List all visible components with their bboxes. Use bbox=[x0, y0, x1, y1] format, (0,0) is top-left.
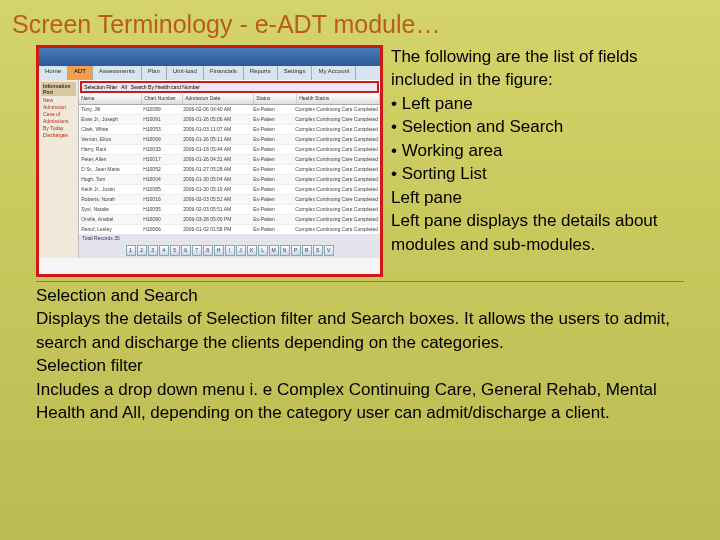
col-header[interactable]: Status bbox=[254, 94, 297, 104]
table-row[interactable]: Vernon, EltonH100692006-01-26 05:11 AMEx… bbox=[79, 135, 380, 145]
table-row[interactable]: Roberts, NorahH100162006-02-03 05:51 AME… bbox=[79, 195, 380, 205]
tab-home[interactable]: Home bbox=[39, 66, 68, 80]
content: HomeADTAssessmentsPlanUnit-loadFinancial… bbox=[0, 45, 720, 425]
tab-reports[interactable]: Reports bbox=[244, 66, 278, 80]
pager-button[interactable]: 6 bbox=[181, 245, 191, 256]
cell: D Sr., Jean Marie bbox=[79, 165, 141, 174]
left-pane: Information Port New AdmissionCase of Ad… bbox=[39, 80, 79, 258]
pager-button[interactable]: 3 bbox=[148, 245, 158, 256]
app-screenshot: HomeADTAssessmentsPlanUnit-loadFinancial… bbox=[36, 45, 383, 277]
cell: Hugh, Tom bbox=[79, 175, 141, 184]
tab-unit-load[interactable]: Unit-load bbox=[167, 66, 204, 80]
cell: Complex Continuing Care Completed bbox=[293, 215, 380, 224]
tab-settings[interactable]: Settings bbox=[278, 66, 313, 80]
left-pane-item[interactable]: By Today bbox=[41, 125, 76, 132]
cell: Complex Continuing Care Completed bbox=[293, 205, 380, 214]
pager-button[interactable]: H bbox=[214, 245, 224, 256]
table-row[interactable]: Renuf, LesleyH100662006-01-02 01:58 PMEx… bbox=[79, 225, 380, 234]
cell: Peter, Allen bbox=[79, 155, 141, 164]
cell: Tony, Jill bbox=[79, 105, 141, 114]
pager-button[interactable]: K bbox=[247, 245, 257, 256]
app-titlebar bbox=[39, 48, 380, 66]
left-pane-item[interactable]: New Admission bbox=[41, 97, 76, 111]
tab-plan[interactable]: Plan bbox=[142, 66, 167, 80]
pager-button[interactable]: 5 bbox=[170, 245, 180, 256]
table-row[interactable]: Hugh, TomH100042006-01-30 05:04 AMEx-Pat… bbox=[79, 175, 380, 185]
cell: Vernon, Elton bbox=[79, 135, 141, 144]
left-pane-item[interactable]: Case of Admissions bbox=[41, 111, 76, 125]
cell: Ex-Patien bbox=[251, 125, 293, 134]
cell: 2006-01-30 05:19 AM bbox=[181, 185, 251, 194]
pager-button[interactable]: S bbox=[313, 245, 323, 256]
col-header[interactable]: Health Status bbox=[297, 94, 380, 104]
cell: 2006-01-02 01:58 PM bbox=[181, 225, 251, 234]
pager-button[interactable]: 1 bbox=[126, 245, 136, 256]
cell: Ex-Patien bbox=[251, 195, 293, 204]
left-pane-item[interactable]: Discharges bbox=[41, 132, 76, 139]
cell: Clark, White bbox=[79, 125, 141, 134]
pager-button[interactable]: 4 bbox=[159, 245, 169, 256]
left-pane-header: Information Port bbox=[41, 82, 76, 96]
col-header[interactable]: Name bbox=[79, 94, 142, 104]
pager-button[interactable]: I bbox=[225, 245, 235, 256]
selection-filter-value[interactable]: All bbox=[121, 84, 127, 90]
cell: Complex Continuing Care Completed bbox=[293, 185, 380, 194]
table-header: NameChart NumberAdmission DateStatusHeal… bbox=[79, 94, 380, 105]
pager-button[interactable]: V bbox=[324, 245, 334, 256]
cell: Ex-Patien bbox=[251, 175, 293, 184]
table-row[interactable]: Orville, AnabelH100902006-03-28 05:00 PM… bbox=[79, 215, 380, 225]
table-row[interactable]: Clark, WhiteH100532006-01-03 11:07 AMEx-… bbox=[79, 125, 380, 135]
col-header[interactable]: Admission Date bbox=[183, 94, 254, 104]
table-row[interactable]: Sysi, NatalieH100952006-02-03 05:51 AMEx… bbox=[79, 205, 380, 215]
cell: Complex Continuing Care Completed bbox=[293, 195, 380, 204]
tab-adt[interactable]: ADT bbox=[68, 66, 93, 80]
cell: Renuf, Lesley bbox=[79, 225, 141, 234]
cell: H10089 bbox=[141, 105, 181, 114]
cell: Complex Continuing Care Completed bbox=[293, 155, 380, 164]
selsearch-body: Displays the details of Selection filter… bbox=[36, 307, 684, 354]
pager-button[interactable]: M bbox=[269, 245, 279, 256]
cell: Keith Jr., Justin bbox=[79, 185, 141, 194]
search-by-label: Search By Health card Number bbox=[131, 84, 200, 90]
table-row[interactable]: Harry, RaulH100332006-01-18 05:44 AMEx-P… bbox=[79, 145, 380, 155]
col-header[interactable]: Chart Number bbox=[142, 94, 183, 104]
pager-button[interactable]: R bbox=[302, 245, 312, 256]
cell: Ex-Patien bbox=[251, 225, 293, 234]
cell: Complex Continuing Care Completed bbox=[293, 225, 380, 234]
pager-button[interactable]: P bbox=[291, 245, 301, 256]
tab-my account[interactable]: My Account bbox=[312, 66, 356, 80]
cell: 2006-02-06 04:40 AM bbox=[181, 105, 251, 114]
cell: Roberts, Norah bbox=[79, 195, 141, 204]
table-row[interactable]: Peter, AllenH100172006-01-26 04:31 AMEx-… bbox=[79, 155, 380, 165]
cell: Ex-Patien bbox=[251, 185, 293, 194]
cell: Orville, Anabel bbox=[79, 215, 141, 224]
table-body: Tony, JillH100892006-02-06 04:40 AMEx-Pa… bbox=[79, 105, 380, 234]
selection-search-bar[interactable]: Selection Filter All Search By Health ca… bbox=[80, 81, 379, 93]
pager-button[interactable]: J bbox=[236, 245, 246, 256]
working-area: Selection Filter All Search By Health ca… bbox=[79, 80, 380, 258]
cell: H10004 bbox=[141, 175, 181, 184]
cell: Ex-Patien bbox=[251, 135, 293, 144]
cell: Complex Continuing Care Completed bbox=[293, 115, 380, 124]
tab-financials[interactable]: Financials bbox=[204, 66, 244, 80]
cell: Harry, Raul bbox=[79, 145, 141, 154]
pager-button[interactable]: 7 bbox=[192, 245, 202, 256]
pager-button[interactable]: 2 bbox=[137, 245, 147, 256]
cell: H10066 bbox=[141, 225, 181, 234]
cell: 2006-01-30 05:04 AM bbox=[181, 175, 251, 184]
pager-button[interactable]: 8 bbox=[203, 245, 213, 256]
cell: Complex Continuing Care Completed bbox=[293, 165, 380, 174]
table-row[interactable]: Evan Jr., JosephH100912006-01-26 05:06 A… bbox=[79, 115, 380, 125]
app-tabs: HomeADTAssessmentsPlanUnit-loadFinancial… bbox=[39, 66, 380, 80]
cell: H10016 bbox=[141, 195, 181, 204]
table-row[interactable]: Keith Jr., JustinH100852006-01-30 05:19 … bbox=[79, 185, 380, 195]
cell: Evan Jr., Joseph bbox=[79, 115, 141, 124]
tab-assessments[interactable]: Assessments bbox=[93, 66, 142, 80]
table-row[interactable]: Tony, JillH100892006-02-06 04:40 AMEx-Pa… bbox=[79, 105, 380, 115]
cell: Complex Continuing Care Completed bbox=[293, 105, 380, 114]
pager-button[interactable]: L bbox=[258, 245, 268, 256]
pager-button[interactable]: N bbox=[280, 245, 290, 256]
cell: H10052 bbox=[141, 165, 181, 174]
pager[interactable]: 12345678HIJKLMNPRSV bbox=[79, 242, 380, 258]
table-row[interactable]: D Sr., Jean MarieH100522006-01-27 05:28 … bbox=[79, 165, 380, 175]
